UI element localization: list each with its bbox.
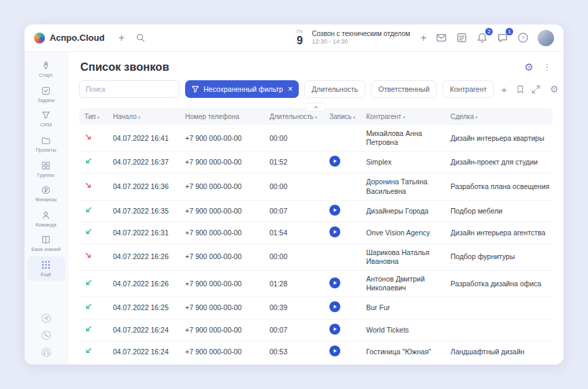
bookmark-icon[interactable]	[515, 84, 525, 95]
table-row[interactable]: 04.07.2022 16:35 +7 900 000-00-00 00:07 …	[79, 200, 553, 222]
call-type-icon	[84, 206, 93, 214]
filter-button-duration[interactable]: Длительность	[304, 80, 365, 98]
sidebar-item-crm[interactable]: CRM	[27, 107, 65, 131]
date-day: 9	[297, 35, 303, 46]
call-start: 04.07.2022 16:35	[108, 200, 180, 222]
table-row[interactable]: 04.07.2022 16:31 +7 900 000-00-00 01:54 …	[79, 222, 553, 243]
call-duration: 00:07	[264, 319, 324, 341]
filter-button-responsible[interactable]: Ответственный	[371, 80, 437, 98]
filter-button-counterparty[interactable]: Контрагент	[442, 80, 494, 98]
sidebar-item-finance[interactable]: Финансы	[27, 182, 65, 206]
play-record-button[interactable]	[329, 226, 340, 237]
sidebar-item-kb[interactable]: База знаний	[27, 231, 65, 256]
call-type-icon	[84, 182, 93, 190]
column-header: Номер телефона	[180, 108, 264, 125]
sort-caret-icon: ▾	[315, 115, 318, 120]
call-duration: 00:39	[264, 297, 324, 319]
table-row[interactable]: 04.07.2022 16:24 +7 900 000-00-00 00:53 …	[79, 341, 553, 362]
call-deal	[445, 319, 553, 341]
sort-caret-icon: ▾	[403, 115, 406, 120]
column-header[interactable]: Сделка▾	[445, 108, 553, 125]
sidebar-item-tasks[interactable]: Задачи	[27, 82, 65, 107]
help-icon[interactable]: ?	[517, 32, 529, 44]
call-contact: Михайлова Анна Петровна	[361, 125, 445, 152]
call-deal: Ландшафтный дизайн	[445, 341, 553, 362]
mail-icon[interactable]	[436, 32, 447, 44]
team-icon	[41, 210, 51, 220]
play-record-button[interactable]	[329, 301, 340, 312]
notifications-bell-icon[interactable]: 2	[476, 32, 488, 44]
sidebar-item-label: Ещё	[41, 272, 51, 278]
column-header[interactable]: Контрагент▾	[361, 108, 445, 125]
user-avatar[interactable]	[538, 30, 554, 46]
calendar-date[interactable]: Пт 9	[297, 29, 303, 46]
table-row[interactable]: 04.07.2022 16:26 +7 900 000-00-00 00:00 …	[79, 243, 553, 270]
notes-icon[interactable]	[456, 32, 468, 44]
column-header[interactable]: Запись▾	[324, 108, 361, 125]
column-header[interactable]: Тип▾	[79, 108, 108, 125]
table-row[interactable]: 04.07.2022 16:36 +7 900 000-00-00 00:00 …	[79, 173, 553, 200]
call-duration: 00:00	[264, 125, 324, 152]
record-cell	[324, 173, 361, 200]
integration-phone-icon[interactable]	[41, 330, 52, 341]
integration-headset-icon[interactable]	[41, 347, 52, 358]
table-settings-gear-icon[interactable]: ⚙	[550, 84, 559, 94]
call-type-icon	[84, 303, 93, 311]
search-input[interactable]	[79, 80, 180, 98]
play-record-button[interactable]	[329, 205, 340, 216]
sidebar-item-start[interactable]: Старт	[27, 57, 65, 82]
active-filter-chip[interactable]: Несохраненный фильтр ×	[185, 80, 299, 98]
sort-caret-icon: ▾	[353, 115, 356, 120]
play-record-button[interactable]	[329, 345, 340, 356]
sidebar-item-team[interactable]: Команда	[27, 207, 65, 231]
play-record-button[interactable]	[329, 156, 340, 167]
call-start: 04.07.2022 16:26	[108, 271, 180, 297]
call-deal	[445, 297, 553, 319]
integration-paper-plane-icon[interactable]	[41, 313, 52, 324]
call-duration: 00:00	[264, 173, 324, 200]
table-row[interactable]: 04.07.2022 16:25 +7 900 000-00-00 00:39 …	[79, 297, 553, 319]
calls-table-zone: Тип▾Начало▾Номер телефонаДлительность▾За…	[79, 108, 553, 363]
call-type-icon	[84, 279, 93, 287]
call-contact: Onve Vision Agency	[361, 222, 445, 243]
page-settings-gear-icon[interactable]: ⚙	[525, 62, 534, 72]
call-phone: +7 900 000-00-00	[180, 297, 264, 319]
add-filter-button[interactable]: +	[501, 84, 507, 95]
table-row[interactable]: 04.07.2022 16:26 +7 900 000-00-00 01:28 …	[79, 271, 553, 297]
topbar: Аспро.Cloud + Пт 9 Созвон с техническим …	[24, 24, 564, 52]
add-event-button[interactable]: +	[421, 33, 427, 44]
sidebar-item-more[interactable]: Ещё	[27, 256, 65, 281]
create-button[interactable]: +	[118, 33, 125, 44]
table-row[interactable]: 04.07.2022 16:37 +7 900 000-00-00 01:52 …	[79, 152, 553, 173]
sidebar-item-groups[interactable]: Группы	[27, 157, 65, 182]
column-header[interactable]: Начало▾	[108, 108, 180, 125]
call-contact: Доронина Татьяна Васильевна	[361, 173, 445, 200]
call-duration: 00:07	[264, 200, 324, 222]
calls-table-body: 04.07.2022 16:41 +7 900 000-00-00 00:00 …	[79, 125, 553, 362]
call-start: 04.07.2022 16:26	[108, 243, 180, 270]
table-row[interactable]: 04.07.2022 16:24 +7 900 000-00-00 00:07 …	[79, 319, 553, 341]
date-weekday: Пт	[297, 29, 303, 35]
collapse-filters-tab[interactable]	[306, 103, 326, 112]
call-start: 04.07.2022 16:24	[108, 319, 180, 341]
brand[interactable]: Аспро.Cloud	[34, 33, 105, 44]
search-button[interactable]	[135, 33, 146, 43]
page-kebab-menu-icon[interactable]: ⋮	[542, 63, 551, 71]
call-start: 04.07.2022 16:25	[108, 297, 180, 319]
call-contact: Гостиница "Южная"	[361, 341, 445, 362]
record-cell	[324, 319, 361, 341]
remove-filter-icon[interactable]: ×	[288, 85, 293, 93]
calendar-event[interactable]: Созвон с техническим отделом 12:30 - 14:…	[312, 29, 410, 46]
call-phone: +7 900 000-00-00	[180, 125, 264, 152]
expand-table-icon[interactable]	[531, 84, 541, 95]
play-record-button[interactable]	[329, 277, 340, 288]
chat-icon[interactable]: 1	[497, 32, 508, 44]
call-phone: +7 900 000-00-00	[180, 341, 264, 362]
table-row[interactable]: 04.07.2022 16:41 +7 900 000-00-00 00:00 …	[79, 125, 553, 152]
call-duration: 01:52	[264, 152, 324, 173]
call-contact: Шарикова Наталья Ивановна	[361, 243, 445, 270]
play-record-button[interactable]	[329, 324, 340, 335]
sidebar-item-projects[interactable]: Проекты	[27, 132, 65, 156]
projects-icon	[41, 135, 51, 146]
call-duration: 00:53	[264, 341, 324, 362]
